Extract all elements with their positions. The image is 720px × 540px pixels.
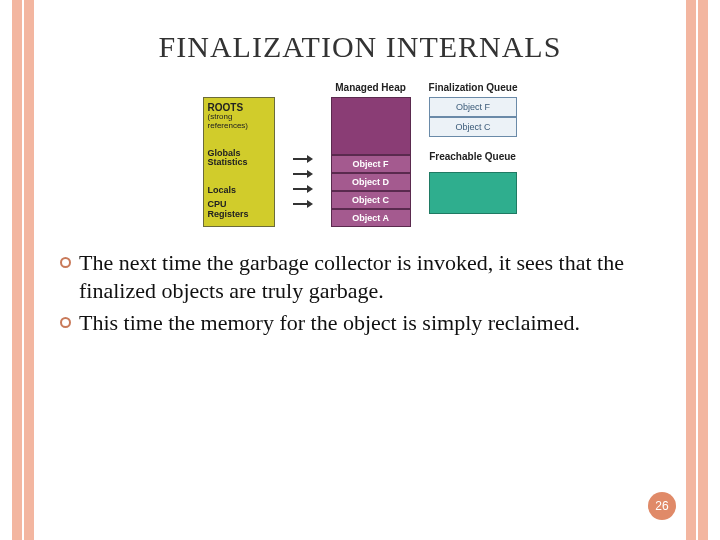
arrow-column xyxy=(293,82,313,216)
heap-label: Managed Heap xyxy=(335,82,406,93)
right-column: Finalization Queue Object F Object C Fre… xyxy=(429,82,518,214)
list-item: This time the memory for the object is s… xyxy=(60,309,660,337)
freachable-queue xyxy=(429,172,517,214)
roots-column-label xyxy=(237,82,240,93)
roots-item: Locals xyxy=(208,186,270,196)
slide: FINALIZATION INTERNALS ROOTS (strong ref… xyxy=(0,0,720,540)
bullet-icon xyxy=(60,317,71,328)
queue-cell: Object C xyxy=(429,117,517,137)
page-title: FINALIZATION INTERNALS xyxy=(50,30,670,64)
arrow-icon xyxy=(293,198,313,210)
bullet-icon xyxy=(60,257,71,268)
finalization-queue-label: Finalization Queue xyxy=(429,82,518,93)
heap-cell: Object C xyxy=(331,191,411,209)
freachable-label: Freachable Queue xyxy=(429,151,516,162)
decorative-stripe xyxy=(698,0,708,540)
roots-box: ROOTS (strong references) Globals Statis… xyxy=(203,97,275,227)
queue-cell: Object F xyxy=(429,97,517,117)
bullet-text: This time the memory for the object is s… xyxy=(79,309,580,337)
diagram: ROOTS (strong references) Globals Statis… xyxy=(50,82,670,227)
arrow-icon xyxy=(293,168,313,180)
decorative-stripe xyxy=(12,0,22,540)
content-area: FINALIZATION INTERNALS ROOTS (strong ref… xyxy=(50,24,670,520)
arrow-icon xyxy=(293,183,313,195)
heap-column: Managed Heap Object F Object D Object C … xyxy=(331,82,411,227)
roots-item: CPU Registers xyxy=(208,200,270,220)
roots-item: Globals Statistics xyxy=(208,149,270,169)
page-number: 26 xyxy=(655,499,668,513)
roots-subtitle: (strong references) xyxy=(208,113,270,131)
list-item: The next time the garbage collector is i… xyxy=(60,249,660,305)
decorative-stripe xyxy=(686,0,696,540)
heap-cell: Object F xyxy=(331,155,411,173)
arrow-icon xyxy=(293,153,313,165)
page-number-badge: 26 xyxy=(648,492,676,520)
decorative-stripe xyxy=(24,0,34,540)
heap-cell: Object D xyxy=(331,173,411,191)
freachable-queue-column: Freachable Queue xyxy=(429,151,517,214)
bullet-text: The next time the garbage collector is i… xyxy=(79,249,660,305)
roots-column: ROOTS (strong references) Globals Statis… xyxy=(203,82,275,227)
heap-empty xyxy=(331,97,411,155)
finalization-queue-column: Finalization Queue Object F Object C xyxy=(429,82,518,137)
finalization-queue: Object F Object C xyxy=(429,97,517,137)
heap-stack: Object F Object D Object C Object A xyxy=(331,97,411,227)
heap-cell: Object A xyxy=(331,209,411,227)
bullet-list: The next time the garbage collector is i… xyxy=(50,249,670,337)
